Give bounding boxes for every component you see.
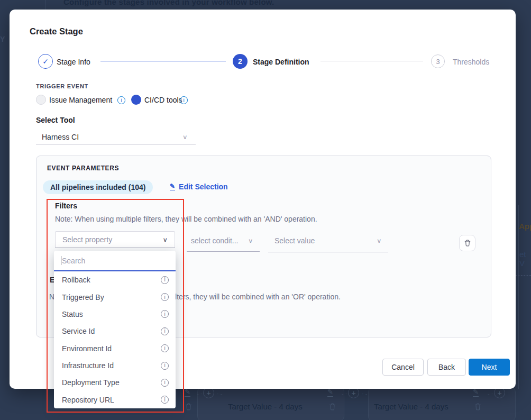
item-label: Status — [62, 310, 83, 318]
background-dashed-line — [515, 275, 531, 276]
info-glyph: i — [183, 98, 184, 103]
value-underline — [268, 252, 388, 252]
step-2-indicator[interactable]: 2 — [233, 54, 248, 69]
step-3-label: Thresholds — [453, 58, 489, 66]
edit-selection-label: Edit Selection — [179, 182, 228, 191]
info-glyph: i — [164, 363, 165, 368]
info-icon[interactable]: i — [180, 96, 188, 104]
item-label: Repository URL — [62, 396, 114, 404]
item-label: Rollback — [62, 276, 90, 284]
dropdown-item-rollback[interactable]: Rollback i — [54, 271, 176, 288]
background-divider — [518, 205, 519, 389]
trash-icon — [328, 403, 336, 413]
filters-heading: Filters — [55, 202, 77, 210]
info-glyph: i — [164, 312, 165, 317]
info-glyph: i — [164, 295, 165, 300]
chevron-down-icon[interactable]: ∨ — [248, 238, 253, 244]
info-icon[interactable]: i — [161, 344, 169, 352]
step-3-indicator[interactable]: 3 — [431, 54, 445, 68]
property-dropdown: Rollback i Triggered By i Status i Servi… — [54, 251, 176, 408]
background-approval-fragment: Appr — [519, 222, 531, 231]
info-glyph: i — [164, 328, 165, 334]
plus-icon: + — [203, 387, 214, 398]
dropdown-search[interactable] — [54, 251, 176, 271]
select-tool-label: Select Tool — [36, 116, 75, 124]
info-icon[interactable]: i — [161, 327, 169, 335]
trash-icon — [474, 403, 482, 413]
item-label: Environment Id — [62, 344, 112, 353]
select-tool-value[interactable]: Harness CI — [42, 133, 79, 141]
background-target-value: Target Value - 4 days — [374, 402, 448, 411]
dropdown-item-service-id[interactable]: Service Id i — [54, 323, 176, 340]
step-2-label: Stage Definition — [253, 58, 309, 66]
edit-selection-link[interactable]: ✎ Edit Selection — [170, 182, 228, 191]
step-2-number: 2 — [238, 57, 242, 66]
item-label: Triggered By — [62, 293, 104, 302]
info-icon[interactable]: i — [161, 276, 169, 284]
property-select[interactable]: Select property ∨ — [55, 231, 175, 248]
chevron-down-icon[interactable]: ∨ — [377, 238, 382, 244]
radio-cicd-tools-label[interactable]: CI/CD tools — [144, 96, 182, 104]
plus-icon: + — [494, 387, 505, 398]
info-glyph: i — [164, 346, 165, 351]
chevron-down-icon[interactable]: ∨ — [182, 134, 188, 140]
radio-issue-management[interactable] — [36, 95, 46, 105]
info-icon[interactable]: i — [161, 396, 169, 404]
cancel-button[interactable]: Cancel — [382, 359, 424, 376]
back-button[interactable]: Back — [427, 359, 466, 376]
info-icon[interactable]: i — [161, 379, 169, 387]
dropdown-item-status[interactable]: Status i — [54, 306, 176, 323]
chevron-down-icon: ∨ — [162, 236, 168, 242]
info-glyph: i — [164, 397, 165, 403]
tick-mark: · - — [362, 390, 367, 397]
tick-mark: - · — [197, 390, 202, 397]
trash-icon — [464, 239, 471, 247]
info-icon[interactable]: i — [161, 362, 169, 370]
trash-icon — [185, 403, 193, 413]
info-glyph: i — [164, 380, 165, 385]
dropdown-item-deployment-type[interactable]: Deployment Type i — [54, 374, 176, 391]
text-caret — [61, 256, 61, 265]
tick-mark: · - — [217, 390, 222, 397]
background-heading: Configure the stages involved in your wo… — [63, 0, 274, 6]
dropdown-item-environment-id[interactable]: Environment Id i — [54, 340, 176, 357]
info-icon[interactable]: i — [161, 310, 169, 318]
step-1-label: Stage Info — [57, 58, 90, 66]
next-button[interactable]: Next — [469, 359, 510, 376]
dropdown-item-infrastructure-id[interactable]: Infrastructure Id i — [54, 357, 176, 374]
background-divider — [45, 0, 45, 10]
info-icon[interactable]: i — [161, 293, 169, 301]
info-icon[interactable]: i — [117, 96, 125, 104]
select-tool-underline — [36, 144, 196, 144]
stepper-connector — [100, 61, 226, 61]
plus-icon: + — [348, 387, 359, 398]
edit-icon: ✎ — [327, 388, 333, 397]
step-1-indicator[interactable]: ✓ — [38, 54, 53, 69]
trigger-event-label: TRIGGER EVENT — [36, 83, 88, 89]
value-select[interactable]: Select value — [274, 236, 315, 245]
item-label: Infrastructure Id — [62, 361, 114, 370]
step-3-number: 3 — [436, 58, 440, 66]
background-value-fragment: et V — [519, 250, 531, 268]
background-target-value: Target Value - 4 days — [228, 402, 303, 411]
info-glyph: i — [121, 98, 122, 103]
filters-note: Note: When using multiple filters, they … — [55, 215, 317, 223]
dropdown-item-triggered-by[interactable]: Triggered By i — [54, 288, 176, 305]
edit-icon: ✎ — [473, 388, 479, 397]
dropdown-item-repository-url[interactable]: Repository URL i — [54, 391, 176, 408]
stepper-connector — [321, 61, 423, 61]
pipelines-included-pill: All pipelines included (104) — [43, 180, 153, 194]
item-label: Service Id — [62, 327, 95, 335]
event-parameters-heading: EVENT PARAMETERS — [47, 165, 119, 172]
radio-cicd-tools[interactable] — [131, 95, 141, 105]
condition-select[interactable]: select condit... — [191, 236, 239, 245]
delete-filter-button[interactable] — [459, 235, 475, 251]
screen: Configure the stages involved in your wo… — [0, 0, 531, 420]
search-input[interactable] — [62, 257, 169, 265]
modal-title: Create Stage — [30, 26, 83, 36]
radio-issue-management-label[interactable]: Issue Management — [49, 96, 112, 104]
tick-mark: - · — [342, 390, 347, 397]
edit-icon: ✎ — [185, 388, 190, 397]
condition-underline — [187, 251, 260, 252]
item-label: Deployment Type — [62, 378, 120, 387]
